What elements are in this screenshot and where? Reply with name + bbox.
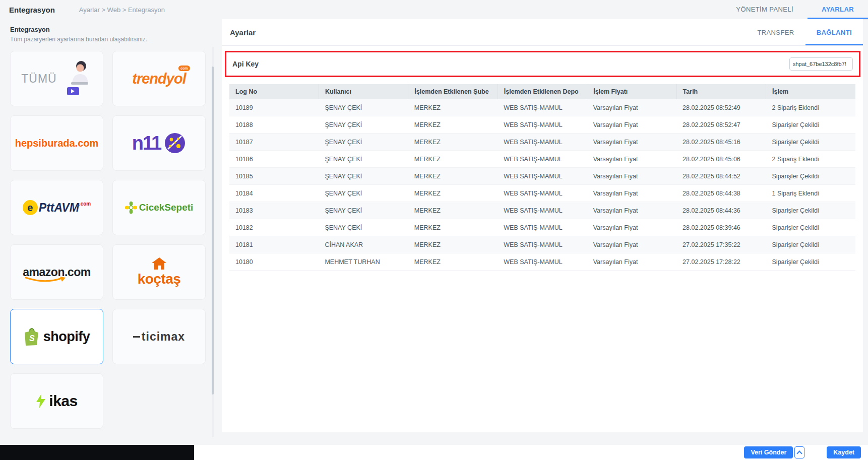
cell-sube: MERKEZ bbox=[408, 151, 498, 168]
marketplace-card-pttavm[interactable]: e PttAVM .com bbox=[10, 180, 103, 235]
lightning-icon bbox=[36, 394, 46, 408]
shopify-label: shopify bbox=[43, 329, 90, 345]
n11-logo: n11 bbox=[132, 132, 186, 154]
pttavm-logo: e PttAVM .com bbox=[23, 200, 91, 215]
cell-sube: MERKEZ bbox=[408, 202, 498, 219]
n11-label: n11 bbox=[132, 133, 161, 154]
sidebar: Entegrasyon Tüm pazaryerleri ayarlarına … bbox=[0, 19, 218, 445]
column-header-sube: İşlemden Etkilenen Şube bbox=[408, 84, 498, 99]
page-title: Entegrasyon bbox=[9, 6, 55, 14]
tumu-label: TÜMÜ bbox=[21, 72, 56, 86]
tab-transfer[interactable]: TRANSFER bbox=[746, 19, 805, 45]
column-header-depo: İşlemden Etkilenen Depo bbox=[498, 84, 587, 99]
cell-sube: MERKEZ bbox=[408, 168, 498, 185]
cell-islem: Siparişler Çekildi bbox=[766, 134, 855, 151]
cell-tarih: 28.02.2025 08:39:46 bbox=[676, 219, 766, 236]
table-row: 10183 ŞENAY ÇEKİ MERKEZ WEB SATIŞ-MAMUL … bbox=[229, 202, 855, 219]
ticimax-logo: ticimax bbox=[133, 330, 185, 344]
cell-log-no: 10180 bbox=[229, 253, 319, 271]
trendyol-logo: trendyol com bbox=[132, 71, 185, 87]
ikas-label: ikas bbox=[49, 392, 77, 410]
sidebar-header: Entegrasyon Tüm pazaryerleri ayarlarına … bbox=[0, 19, 218, 43]
nav-item-ayarlar[interactable]: AYARLAR bbox=[808, 0, 868, 19]
cell-tarih: 27.02.2025 17:28:22 bbox=[676, 253, 766, 271]
cell-islem: 2 Sipariş Eklendi bbox=[766, 151, 855, 168]
cell-fiyat: Varsayılan Fiyat bbox=[587, 219, 676, 236]
amazon-smile-icon bbox=[25, 276, 67, 283]
cell-depo: WEB SATIŞ-MAMUL bbox=[498, 202, 587, 219]
sidebar-title: Entegrasyon bbox=[10, 26, 201, 33]
marketplace-card-ikas[interactable]: ikas bbox=[10, 373, 103, 429]
sidebar-subtitle: Tüm pazaryerleri ayarlarına buradan ulaş… bbox=[10, 36, 201, 43]
column-header-islem: İşlem bbox=[766, 84, 855, 99]
tab-baglanti[interactable]: BAĞLANTI bbox=[805, 19, 863, 45]
column-header-kullanici: Kullanıcı bbox=[319, 84, 408, 99]
tumu-illustration bbox=[61, 60, 92, 97]
log-table: Log No Kullanıcı İşlemden Etkilenen Şube… bbox=[229, 84, 855, 271]
send-data-button[interactable]: Veri Gönder bbox=[744, 446, 793, 458]
marketplace-card-amazon[interactable]: amazon.com bbox=[10, 244, 103, 300]
column-header-fiyat: İşlem Fiyatı bbox=[587, 84, 676, 99]
marketplace-card-trendyol[interactable]: trendyol com bbox=[112, 51, 206, 106]
cell-depo: WEB SATIŞ-MAMUL bbox=[498, 99, 587, 116]
log-table-body: 10189 ŞENAY ÇEKİ MERKEZ WEB SATIŞ-MAMUL … bbox=[229, 99, 855, 271]
svg-text:S: S bbox=[29, 334, 35, 343]
table-row: 10188 ŞENAY ÇEKİ MERKEZ WEB SATIŞ-MAMUL … bbox=[229, 116, 855, 134]
cell-depo: WEB SATIŞ-MAMUL bbox=[498, 168, 587, 185]
marketplace-card-hepsiburada[interactable]: hepsiburada.com bbox=[10, 115, 103, 171]
cell-tarih: 28.02.2025 08:44:52 bbox=[676, 168, 766, 185]
top-nav: YÖNETİM PANELİ AYARLAR bbox=[722, 0, 868, 20]
cell-kullanici: ŞENAY ÇEKİ bbox=[319, 99, 408, 116]
table-row: 10180 MEHMET TURHAN MERKEZ WEB SATIŞ-MAM… bbox=[229, 253, 855, 271]
trendyol-com-badge: com bbox=[178, 65, 190, 71]
cell-fiyat: Varsayılan Fiyat bbox=[587, 253, 676, 271]
cell-depo: WEB SATIŞ-MAMUL bbox=[498, 219, 587, 236]
sidebar-scrollbar-thumb[interactable] bbox=[212, 67, 214, 395]
cell-fiyat: Varsayılan Fiyat bbox=[587, 151, 676, 168]
table-row: 10182 ŞENAY ÇEKİ MERKEZ WEB SATIŞ-MAMUL … bbox=[229, 219, 855, 236]
cell-tarih: 27.02.2025 17:35:22 bbox=[676, 236, 766, 253]
cell-fiyat: Varsayılan Fiyat bbox=[587, 236, 676, 253]
cell-islem: 1 Sipariş Eklendi bbox=[766, 185, 855, 202]
marketplace-card-n11[interactable]: n11 bbox=[112, 115, 206, 171]
column-header-log-no: Log No bbox=[229, 84, 319, 99]
tumu-logo: TÜMÜ bbox=[21, 60, 92, 97]
settings-panel: Ayarlar TRANSFER BAĞLANTI Api Key Log No… bbox=[222, 19, 863, 432]
shopify-logo: S shopify bbox=[24, 327, 90, 346]
cell-depo: WEB SATIŞ-MAMUL bbox=[498, 236, 587, 253]
column-header-tarih: Tarih bbox=[676, 84, 766, 99]
shopify-bag-icon: S bbox=[24, 327, 40, 346]
table-row: 10186 ŞENAY ÇEKİ MERKEZ WEB SATIŞ-MAMUL … bbox=[229, 151, 855, 168]
cell-log-no: 10187 bbox=[229, 134, 319, 151]
cell-tarih: 28.02.2025 08:52:49 bbox=[676, 99, 766, 116]
api-key-annotation-box: Api Key bbox=[225, 51, 860, 77]
cell-sube: MERKEZ bbox=[408, 116, 498, 134]
dropdown-caret-button[interactable] bbox=[794, 446, 804, 458]
cell-depo: WEB SATIŞ-MAMUL bbox=[498, 116, 587, 134]
footer-bar: Veri Gönder Kaydet bbox=[194, 445, 868, 460]
cell-kullanici: ŞENAY ÇEKİ bbox=[319, 202, 408, 219]
cell-log-no: 10185 bbox=[229, 168, 319, 185]
cell-tarih: 28.02.2025 08:44:38 bbox=[676, 185, 766, 202]
flower-icon bbox=[125, 202, 137, 214]
marketplace-card-tumu[interactable]: TÜMÜ bbox=[10, 51, 103, 106]
marketplace-card-shopify[interactable]: S shopify bbox=[10, 309, 103, 364]
cell-log-no: 10189 bbox=[229, 99, 319, 116]
cell-tarih: 28.02.2025 08:45:16 bbox=[676, 134, 766, 151]
cell-fiyat: Varsayılan Fiyat bbox=[587, 134, 676, 151]
marketplace-card-ciceksepeti[interactable]: CicekSepeti bbox=[112, 180, 206, 235]
save-button[interactable]: Kaydet bbox=[827, 446, 861, 458]
cell-kullanici: ŞENAY ÇEKİ bbox=[319, 116, 408, 134]
cell-kullanici: ŞENAY ÇEKİ bbox=[319, 185, 408, 202]
footer-dark-strip bbox=[0, 445, 194, 460]
amazon-logo: amazon.com bbox=[23, 266, 90, 279]
sidebar-scrollbar-track bbox=[212, 47, 214, 437]
cell-islem: 2 Sipariş Eklendi bbox=[766, 99, 855, 116]
marketplace-card-koctas[interactable]: koçtaş bbox=[112, 244, 206, 300]
nav-item-yonetim-paneli[interactable]: YÖNETİM PANELİ bbox=[722, 0, 808, 19]
cell-depo: WEB SATIŞ-MAMUL bbox=[498, 253, 587, 271]
api-key-input[interactable] bbox=[789, 57, 853, 71]
pttavm-label: PttAVM bbox=[39, 201, 79, 215]
marketplace-card-ticimax[interactable]: ticimax bbox=[112, 309, 206, 364]
cell-islem: Siparişler Çekildi bbox=[766, 116, 855, 134]
